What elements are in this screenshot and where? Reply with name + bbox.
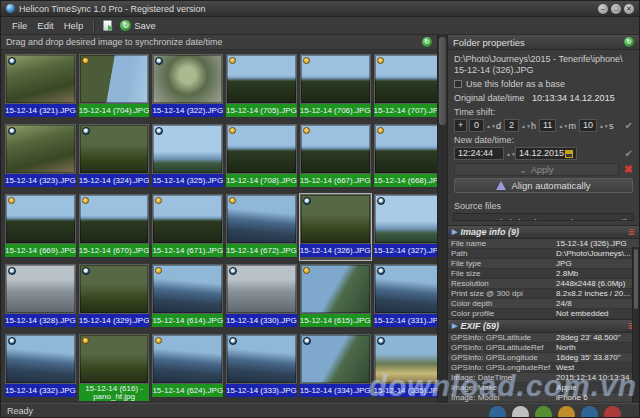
photo-cell[interactable]: 15-12-14 (708).JPG: [226, 124, 297, 190]
folder-refresh-icon[interactable]: ↻: [624, 37, 634, 47]
photo-cell[interactable]: 15-12-14 (326).JPG: [300, 194, 371, 260]
time-shift-confirm-icon[interactable]: ✔: [625, 120, 633, 131]
photo-cell[interactable]: 15-12-14 (333).JPG: [226, 334, 297, 400]
photo-cell[interactable]: 15-12-14 (704).JPG: [79, 54, 150, 120]
camera-badge-icon: [229, 267, 237, 275]
exif-header[interactable]: ▶ EXIF (59) ≣: [448, 319, 639, 333]
photo-cell[interactable]: 15-12-14 (705).JPG: [226, 54, 297, 120]
property-value: 8.2x8.2 inches / 20...: [553, 289, 639, 299]
days-spinner[interactable]: ▲▼: [486, 124, 493, 128]
photo-cell[interactable]: 15-12-14 (327).JPG: [374, 194, 437, 260]
photo-thumbnail: [5, 54, 76, 104]
hours-unit: h: [530, 121, 537, 131]
photo-cell[interactable]: 15-12-14 (706).JPG: [300, 54, 371, 120]
source-file-item[interactable]: ▶D800 (D:\Photo\Journeys\2015 - Tenerife…: [457, 217, 630, 221]
photo-cell[interactable]: 15-12-14 (323).JPG: [5, 124, 76, 190]
folder-properties-header: Folder properties ↻: [448, 35, 639, 50]
photo-thumbnail: [300, 264, 371, 314]
app-window: Helicon TimeSync 1.0 Pro - Registered ve…: [0, 0, 640, 418]
panel-scrollbar-thumb[interactable]: [634, 249, 638, 309]
new-time-field[interactable]: 12:24:44: [454, 147, 504, 160]
photo-cell[interactable]: 15-12-14 (614).JPG: [152, 264, 223, 330]
grid-scrollbar[interactable]: [437, 35, 447, 403]
minimize-button[interactable]: –: [598, 4, 608, 14]
menu-edit[interactable]: Edit: [32, 18, 58, 33]
seconds-spinner[interactable]: ▲▼: [599, 124, 606, 128]
apply-button-label: Apply: [531, 165, 554, 175]
close-button[interactable]: ✕: [624, 4, 634, 14]
photo-cell[interactable]: 15-12-14 (670).JPG: [79, 194, 150, 260]
photo-cell[interactable]: 15-12-14 (322).JPG: [152, 54, 223, 120]
photo-cell[interactable]: 15-12-14 (672).JPG: [226, 194, 297, 260]
photo-thumbnail: [374, 54, 437, 104]
photo-cell[interactable]: 15-12-14 (335).JPG: [374, 334, 437, 400]
original-datetime-label: Original date/time: [454, 93, 525, 103]
apply-button[interactable]: ⌄ Apply: [454, 163, 619, 176]
photo-cell[interactable]: 15-12-14 (334).JPG: [300, 334, 371, 400]
image-info-row: File name15-12-14 (326).JPG: [448, 239, 639, 249]
photo-filename: 15-12-14 (326).JPG: [300, 244, 371, 257]
minutes-spinner[interactable]: ▲▼: [558, 124, 565, 128]
time-shift-days-field[interactable]: 0: [469, 119, 484, 132]
new-time-spinner[interactable]: ▲▼: [506, 152, 513, 156]
collapse-arrow-icon[interactable]: ▶: [452, 228, 457, 236]
photo-thumbnail: [300, 194, 371, 244]
photo-cell[interactable]: 15-12-14 (321).JPG: [5, 54, 76, 120]
section-menu-icon[interactable]: ≣: [627, 227, 635, 237]
property-key: Image: DateTime: [448, 373, 553, 383]
save-sync-icon: ↻: [120, 20, 131, 31]
cancel-icon[interactable]: ✖: [624, 163, 633, 176]
exif-row: GPSInfo: GPSLatitude28deg 23' 48.500": [448, 333, 639, 343]
photo-cell[interactable]: 15-12-14 (325).JPG: [152, 124, 223, 190]
photo-cell[interactable]: 15-12-14 (328).JPG: [5, 264, 76, 330]
new-date-field[interactable]: 14.12.2015: [515, 147, 577, 160]
image-info-header[interactable]: ▶ Image info (9) ≣: [448, 225, 639, 239]
menu-file[interactable]: File: [7, 18, 32, 33]
time-shift-row: + 0 ▲▼ d 2 ▲▼ h 11 ▲▼ m 10 ▲▼ s ✔: [454, 119, 633, 132]
phone-badge-icon: [377, 127, 384, 134]
photo-cell[interactable]: 15-12-14 (331).JPG: [374, 264, 437, 330]
menu-help[interactable]: Help: [59, 18, 89, 33]
use-base-checkbox[interactable]: [454, 80, 462, 88]
maximize-button[interactable]: □: [611, 4, 621, 14]
camera-badge-icon: [303, 337, 311, 345]
photo-filename: 15-12-14 (332).JPG: [5, 384, 76, 397]
window-title: Helicon TimeSync 1.0 Pro - Registered ve…: [19, 4, 206, 14]
photo-filename: 15-12-14 (672).JPG: [226, 244, 297, 257]
photo-thumbnail: [300, 334, 371, 384]
photo-filename: 15-12-14 (706).JPG: [300, 104, 371, 117]
phone-badge-icon: [155, 337, 162, 344]
time-shift-minutes-field[interactable]: 11: [539, 119, 556, 132]
property-value: 2.8Mb: [553, 269, 639, 279]
photo-cell[interactable]: 15-12-14 (624).JPG: [152, 334, 223, 400]
grid-scrollbar-thumb[interactable]: [439, 37, 446, 125]
photo-cell[interactable]: 15-12-14 (324).JPG: [79, 124, 150, 190]
time-shift-hours-field[interactable]: 2: [504, 119, 519, 132]
photo-cell[interactable]: 15-12-14 (671).JPG: [152, 194, 223, 260]
photo-cell[interactable]: 15-12-14 (332).JPG: [5, 334, 76, 400]
photo-cell[interactable]: 15-12-14 (615).JPG: [300, 264, 371, 330]
calendar-icon[interactable]: [565, 150, 573, 158]
open-images-button[interactable]: [99, 19, 116, 32]
time-shift-seconds-field[interactable]: 10: [579, 119, 597, 132]
collapse-arrow-icon[interactable]: ▶: [452, 322, 457, 330]
hours-spinner[interactable]: ▲▼: [521, 124, 528, 128]
time-shift-sign-field[interactable]: +: [454, 119, 467, 132]
photo-cell[interactable]: 15-12-14 (669).JPG: [5, 194, 76, 260]
photo-thumbnail: [300, 124, 371, 174]
expand-arrow-icon[interactable]: ▶: [457, 219, 462, 222]
save-button[interactable]: ↻ Save: [116, 19, 160, 32]
image-info-row: File size2.8Mb: [448, 269, 639, 279]
camera-badge-icon: [155, 57, 163, 65]
photo-cell[interactable]: 15-12-14 (668).JPG: [374, 124, 437, 190]
align-automatically-button[interactable]: Align automatically: [454, 178, 633, 193]
refresh-icon[interactable]: ↻: [422, 37, 432, 47]
photo-cell[interactable]: 15-12-14 (616) - pano_hf.jpg: [79, 334, 150, 400]
photo-cell[interactable]: 15-12-14 (330).JPG: [226, 264, 297, 330]
panel-scrollbar[interactable]: [632, 247, 639, 403]
photo-cell[interactable]: 15-12-14 (667).JPG: [300, 124, 371, 190]
new-datetime-confirm-icon[interactable]: ✔: [625, 148, 633, 159]
photo-cell[interactable]: 15-12-14 (329).JPG: [79, 264, 150, 330]
phone-badge-icon: [82, 197, 89, 204]
photo-cell[interactable]: 15-12-14 (707).JPG: [374, 54, 437, 120]
